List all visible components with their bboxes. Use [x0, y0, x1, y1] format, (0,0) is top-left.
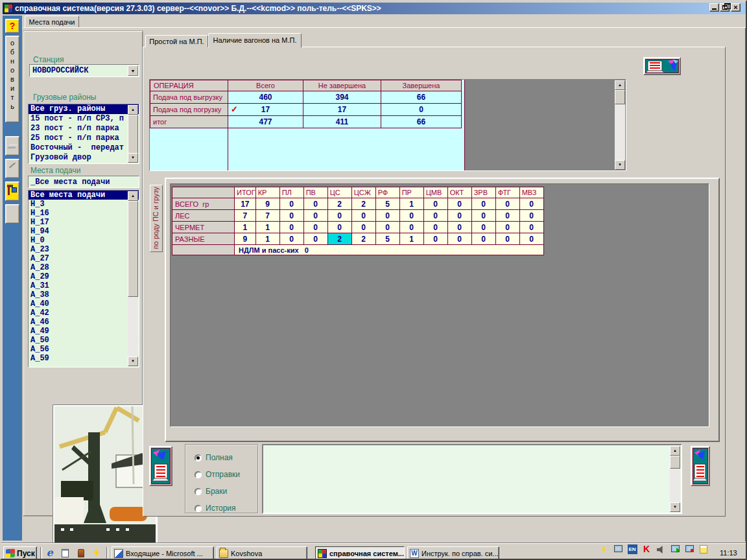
data-cell[interactable]: 477 — [228, 116, 303, 128]
data-cell[interactable]: 0 — [471, 198, 495, 210]
data-cell[interactable]: 17 — [235, 198, 256, 210]
data-cell[interactable]: 0 — [351, 210, 375, 222]
scroll-up-icon[interactable]: ▲ — [670, 446, 680, 456]
data-cell[interactable]: 0 — [447, 198, 471, 210]
data-cell[interactable]: 2 — [351, 233, 375, 245]
data-cell[interactable]: 1 — [235, 222, 256, 233]
data-cell[interactable]: 0 — [303, 198, 327, 210]
row-label[interactable]: ВСЕГО гр — [172, 198, 235, 210]
list-item[interactable]: А_29 — [29, 272, 139, 281]
data-cell[interactable]: 0 — [495, 198, 519, 210]
data-cell[interactable]: 0 — [399, 222, 423, 233]
data-cell[interactable]: 1 — [255, 233, 279, 245]
data-cell[interactable]: 394 — [303, 91, 381, 104]
refresh-button[interactable]: о б н о в и т ь — [5, 36, 19, 122]
scroll-up-icon[interactable]: ▲ — [128, 105, 138, 115]
computer-tray-icon[interactable] — [612, 544, 624, 555]
data-cell[interactable]: 0 — [351, 222, 375, 233]
data-cell[interactable]: 0 — [303, 233, 327, 245]
data-cell[interactable]: 0 — [471, 222, 495, 233]
list-item[interactable]: А_59 — [29, 354, 139, 363]
station-dropdown-icon[interactable]: ▼ — [128, 65, 138, 76]
data-cell[interactable]: 0 — [447, 222, 471, 233]
operations-scrollbar[interactable]: ▲ ▼ — [615, 80, 625, 170]
row-label[interactable]: Подача под погрузку — [150, 104, 228, 116]
data-cell[interactable]: 1 — [255, 222, 279, 233]
data-cell[interactable]: 17 — [303, 104, 381, 116]
data-cell[interactable]: 7 — [255, 210, 279, 222]
data-cell[interactable]: 0 — [519, 222, 543, 233]
data-cell[interactable]: 0 — [327, 222, 351, 233]
scroll-thumb[interactable] — [615, 90, 625, 104]
data-cell[interactable]: 0 — [423, 210, 447, 222]
data-cell[interactable]: 17✓ — [228, 104, 303, 116]
start-button[interactable]: Пуск — [3, 546, 37, 560]
list-item[interactable]: Грузовой двор — [29, 153, 139, 163]
row-label[interactable]: ЛЕС — [172, 210, 235, 222]
list-item[interactable]: А_56 — [29, 345, 139, 354]
data-cell[interactable]: 0 — [447, 233, 471, 245]
scroll-up-icon[interactable]: ▲ — [128, 191, 138, 201]
station-combobox[interactable]: НОВОРОССИЙСК ▼ — [29, 64, 139, 77]
data-cell[interactable]: 0 — [519, 233, 543, 245]
data-cell[interactable]: 0 — [381, 104, 462, 116]
lightning-tray-icon[interactable] — [598, 544, 610, 555]
data-cell[interactable]: 1 — [399, 233, 423, 245]
task-button[interactable]: Входящие - Microsoft ... — [112, 546, 214, 560]
table-row[interactable]: итог47741166 — [150, 116, 462, 128]
speaker-tray-icon[interactable] — [655, 544, 667, 555]
data-cell[interactable]: 0 — [495, 222, 519, 233]
radio-option-Полная[interactable]: Полная — [195, 453, 233, 462]
tab-mesta-podachi[interactable]: Места подачи — [25, 16, 79, 28]
tools-button[interactable] — [5, 181, 19, 201]
list-item[interactable]: Все места подачи — [29, 191, 139, 200]
data-cell[interactable]: 0 — [423, 198, 447, 210]
data-cell[interactable]: 2 — [327, 198, 351, 210]
data-cell[interactable]: 0 — [519, 210, 543, 222]
data-cell[interactable]: 0 — [399, 210, 423, 222]
list-item[interactable]: А_31 — [29, 281, 139, 290]
close-button[interactable]: × — [731, 3, 741, 12]
radio-option-Браки[interactable]: Браки — [195, 487, 227, 496]
textarea-scrollbar[interactable]: ▲ ▼ — [670, 446, 680, 512]
scroll-down-icon[interactable]: ▼ — [670, 502, 680, 512]
list-item[interactable]: 25 пост - п/п парка — [29, 134, 139, 143]
paint-icon[interactable] — [75, 548, 86, 559]
table-row[interactable]: Подача под погрузку17✓170 — [150, 104, 462, 116]
report-button-right[interactable] — [691, 446, 710, 486]
list-item[interactable]: Восточный - передат — [29, 143, 139, 153]
tab-prostoy[interactable]: Простой на М.П. — [145, 35, 208, 47]
data-cell[interactable]: 66 — [381, 91, 462, 104]
data-cell[interactable]: 0 — [279, 222, 303, 233]
table-row[interactable]: ЛЕС7700000000000 — [172, 210, 544, 222]
blank-button[interactable] — [5, 204, 19, 224]
scroll-thumb[interactable] — [670, 456, 680, 469]
tab-nalichie[interactable]: Наличие вагонов на М.П. — [208, 33, 302, 48]
table-row[interactable]: РАЗНЫЕ9100225100000 — [172, 233, 544, 245]
data-cell[interactable]: 0 — [471, 233, 495, 245]
report-textarea[interactable]: ▲ ▼ — [262, 444, 682, 514]
list-scrollbar[interactable]: ▲▼ — [128, 105, 138, 163]
notes-tray-icon[interactable] — [698, 544, 709, 555]
list-item[interactable]: Все груз. районы — [29, 104, 139, 114]
table-row[interactable]: Подача под выгрузку46039466 — [150, 91, 462, 104]
data-cell[interactable]: 9 — [255, 198, 279, 210]
table-row[interactable]: ЧЕРМЕТ1100000000000 — [172, 222, 544, 233]
data-cell[interactable]: 411 — [303, 116, 381, 128]
data-cell[interactable]: 0 — [279, 198, 303, 210]
list-item[interactable]: А_28 — [29, 263, 139, 272]
list-item[interactable]: А_46 — [29, 318, 139, 327]
list-item[interactable]: Н_0 — [29, 236, 139, 245]
radio-option-Отправки[interactable]: Отправки — [195, 470, 240, 479]
data-cell[interactable]: 0 — [447, 210, 471, 222]
data-cell[interactable]: 0 — [495, 233, 519, 245]
data-cell[interactable]: 460 — [228, 91, 303, 104]
data-cell[interactable]: 0 — [519, 198, 543, 210]
data-cell[interactable]: 0 — [327, 210, 351, 222]
help-button[interactable]: ? — [5, 19, 19, 33]
selected-cell[interactable]: 2 — [327, 233, 351, 245]
data-cell[interactable]: 0 — [375, 222, 399, 233]
data-cell[interactable]: 0 — [279, 210, 303, 222]
scroll-down-icon[interactable]: ▼ — [128, 153, 138, 163]
data-cell[interactable]: 1 — [399, 198, 423, 210]
